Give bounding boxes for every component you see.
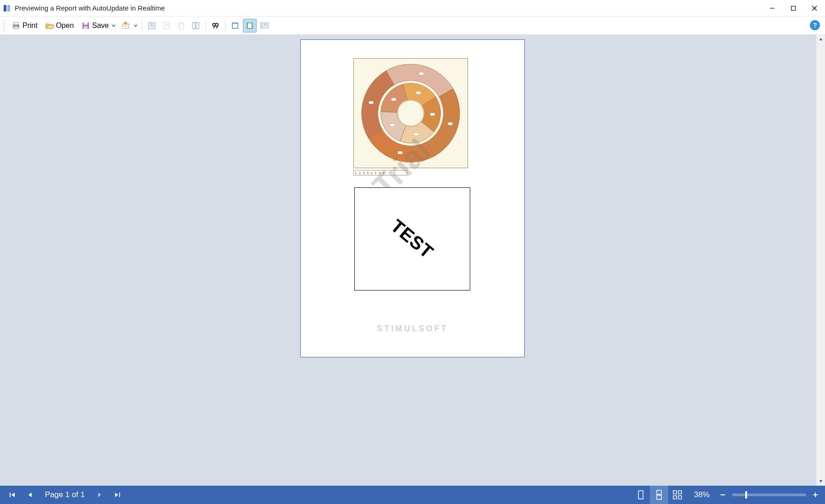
svg-rect-1: [7, 5, 10, 11]
zoom-label: 38%: [694, 490, 710, 499]
svg-point-34: [262, 25, 263, 26]
chevron-down-icon: [112, 24, 116, 27]
separator: [225, 20, 226, 31]
svg-rect-29: [233, 24, 237, 28]
first-page-button[interactable]: [6, 488, 19, 502]
title-bar: Previewing a Report with AutoUpdate in R…: [0, 0, 825, 16]
svg-rect-21: [180, 24, 184, 29]
fullscreen-button[interactable]: [228, 19, 242, 33]
dot-matrix-button[interactable]: [258, 19, 271, 33]
toolbar: Print Open Save ? ?: [0, 16, 825, 35]
svg-rect-48: [391, 98, 396, 101]
svg-rect-22: [192, 22, 195, 29]
open-label: Open: [56, 22, 74, 30]
maximize-button[interactable]: [783, 1, 804, 16]
prev-page-button[interactable]: [23, 488, 37, 502]
help-button[interactable]: ?: [808, 19, 821, 32]
continuous-mode[interactable]: [650, 486, 668, 504]
svg-rect-56: [678, 491, 682, 494]
open-button[interactable]: Open: [42, 19, 77, 33]
zoom-out-button[interactable]: [717, 489, 729, 501]
save-button[interactable]: Save: [78, 19, 118, 33]
svg-text:?: ?: [165, 23, 168, 28]
save-label: Save: [92, 22, 109, 30]
page-info: Page 1 of 1: [45, 490, 85, 499]
scroll-down-icon[interactable]: [816, 477, 825, 486]
svg-rect-57: [673, 496, 676, 499]
svg-rect-43: [369, 101, 374, 104]
toolbar-grip: [3, 20, 6, 32]
svg-rect-12: [84, 26, 88, 29]
svg-point-25: [215, 23, 218, 26]
svg-rect-45: [430, 113, 435, 116]
window-title: Previewing a Report with AutoUpdate in R…: [15, 4, 165, 12]
svg-rect-55: [673, 491, 676, 494]
thumbnails-button[interactable]: [189, 19, 203, 33]
separator: [205, 20, 206, 31]
status-bar: Page 1 of 1 38%: [0, 486, 825, 504]
svg-rect-53: [657, 490, 661, 494]
next-page-button[interactable]: [93, 488, 107, 502]
zoom-in-button[interactable]: [809, 489, 821, 501]
svg-rect-52: [638, 491, 643, 499]
separator: [142, 20, 142, 31]
zoom-slider[interactable]: [732, 493, 806, 496]
svg-rect-40: [419, 72, 424, 75]
parameters-button[interactable]: ?: [160, 19, 173, 33]
brand-watermark: STIMULSOFT: [301, 324, 524, 334]
chevron-down-icon: [134, 24, 138, 27]
bookmarks-button[interactable]: [145, 19, 159, 33]
find-button[interactable]: [209, 19, 222, 33]
one-page-button[interactable]: [243, 19, 257, 33]
minimize-button[interactable]: [762, 1, 783, 16]
send-email-button[interactable]: [120, 19, 139, 33]
svg-rect-8: [14, 27, 18, 29]
svg-rect-47: [390, 124, 395, 126]
multi-page-mode[interactable]: [668, 486, 687, 504]
resources-button[interactable]: [174, 19, 188, 33]
svg-point-49: [398, 100, 424, 126]
svg-rect-44: [416, 92, 421, 94]
svg-rect-23: [196, 22, 199, 29]
print-label: Print: [22, 22, 38, 30]
report-page: 1 2 3 4 2 1 4 2 Trial TEST STIMULSOFT: [300, 39, 525, 357]
svg-rect-11: [84, 22, 88, 25]
svg-rect-58: [678, 496, 682, 499]
svg-rect-41: [448, 122, 452, 125]
report-viewer: 1 2 3 4 2 1 4 2 Trial TEST STIMULSOFT: [0, 35, 825, 486]
zoom-thumb[interactable]: [745, 491, 747, 499]
app-icon: [3, 4, 11, 12]
svg-rect-31: [248, 23, 252, 28]
last-page-button[interactable]: [110, 488, 124, 502]
text-box: TEST: [354, 187, 470, 290]
svg-point-35: [262, 27, 263, 27]
svg-rect-54: [657, 495, 661, 499]
svg-point-33: [262, 24, 263, 25]
svg-text:?: ?: [813, 21, 817, 29]
test-text: TEST: [387, 215, 437, 263]
close-button[interactable]: [804, 1, 825, 16]
svg-rect-14: [148, 22, 155, 29]
vertical-scrollbar[interactable]: [816, 35, 825, 486]
svg-rect-3: [792, 6, 796, 10]
svg-rect-0: [4, 5, 6, 11]
single-page-mode[interactable]: [632, 486, 650, 504]
svg-point-9: [18, 25, 19, 26]
svg-rect-50: [10, 493, 11, 497]
scroll-up-icon[interactable]: [816, 35, 825, 44]
svg-rect-7: [14, 22, 18, 25]
print-button[interactable]: Print: [8, 19, 41, 33]
svg-rect-51: [119, 493, 120, 497]
